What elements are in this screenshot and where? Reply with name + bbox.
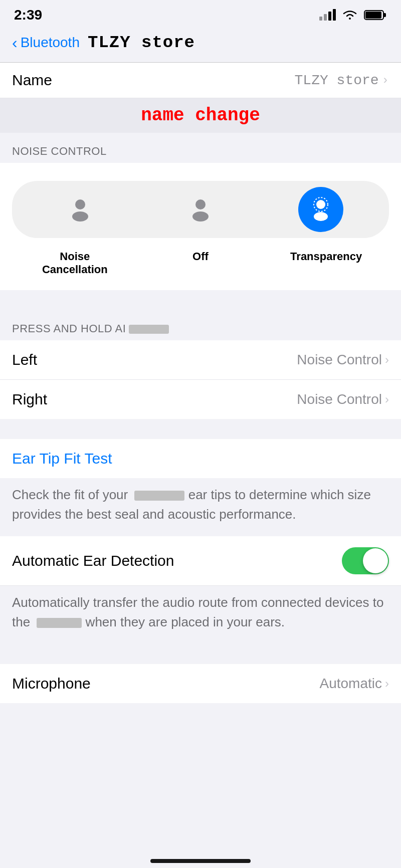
right-label: Right: [12, 391, 47, 408]
microphone-group: Microphone Automatic ›: [0, 664, 401, 703]
transparency-button[interactable]: [291, 187, 351, 232]
auto-ear-group: Automatic Ear Detection: [0, 536, 401, 586]
svg-rect-1: [383, 13, 386, 17]
name-change-banner: name change: [0, 98, 401, 133]
svg-point-4: [72, 211, 88, 222]
name-field-value[interactable]: TLZY store ›: [295, 73, 389, 88]
auto-ear-desc-text: Automatically transfer the audio route f…: [12, 595, 383, 629]
back-label: Bluetooth: [21, 35, 80, 51]
name-row[interactable]: Name TLZY store ›: [0, 63, 401, 98]
svg-rect-2: [365, 12, 381, 19]
press-hold-section: PRESS AND HOLD AI Left Noise Control › R…: [0, 310, 401, 419]
transparency-icon: [298, 187, 343, 232]
status-icons: [319, 9, 387, 22]
svg-point-7: [316, 200, 325, 209]
nav-bar: ‹ Bluetooth TLZY store: [0, 27, 401, 62]
redacted-1: [129, 325, 169, 334]
redacted-2: [134, 491, 184, 501]
noise-control-section: Noise Cancellation Off Transparency: [0, 163, 401, 290]
redacted-3: [37, 618, 82, 628]
signal-icon: [319, 10, 336, 21]
gap-3: [0, 644, 401, 664]
ear-tip-section: Ear Tip Fit Test Check the fit of your e…: [0, 439, 401, 536]
gap-2: [0, 419, 401, 439]
right-row[interactable]: Right Noise Control ›: [0, 380, 401, 419]
svg-point-6: [192, 211, 209, 222]
noise-off-label: Off: [155, 250, 246, 276]
back-button[interactable]: ‹ Bluetooth: [12, 34, 80, 52]
right-value-text: Noise Control: [297, 391, 382, 407]
microphone-value: Automatic ›: [320, 676, 389, 692]
ear-tip-desc-text: Check the fit of your ear tips to determ…: [12, 487, 371, 522]
noise-cancellation-icon: [58, 187, 103, 232]
noise-cancellation-label: Noise Cancellation: [30, 250, 120, 276]
noise-off-icon: [178, 187, 223, 232]
ear-tip-row: Ear Tip Fit Test: [0, 439, 401, 478]
press-hold-header: PRESS AND HOLD AI: [0, 310, 401, 340]
toggle-knob: [363, 548, 388, 573]
noise-control-header: NOISE CONTROL: [0, 133, 401, 163]
status-bar: 2:39: [0, 0, 401, 27]
back-chevron-icon: ‹: [12, 34, 18, 52]
name-value-text: TLZY store: [295, 73, 379, 88]
name-change-text: name change: [141, 105, 260, 126]
left-row[interactable]: Left Noise Control ›: [0, 340, 401, 380]
nav-title: TLZY store: [88, 33, 195, 52]
svg-point-8: [314, 212, 328, 221]
transparency-label: Transparency: [281, 250, 371, 276]
left-chevron-icon: ›: [385, 353, 389, 367]
name-field-label: Name: [12, 72, 52, 89]
name-group: Name TLZY store ›: [0, 63, 401, 98]
svg-point-5: [195, 199, 206, 209]
auto-ear-label: Automatic Ear Detection: [12, 552, 174, 569]
noise-off-button[interactable]: [170, 187, 231, 232]
microphone-value-text: Automatic: [320, 676, 382, 692]
svg-point-3: [75, 199, 85, 209]
name-chevron-icon: ›: [382, 74, 389, 87]
press-hold-header-text: PRESS AND HOLD AI: [12, 322, 169, 335]
status-time: 2:39: [14, 7, 42, 23]
left-value-text: Noise Control: [297, 352, 382, 368]
right-chevron-icon: ›: [385, 392, 389, 406]
left-value: Noise Control ›: [297, 352, 389, 368]
microphone-row[interactable]: Microphone Automatic ›: [0, 664, 401, 703]
battery-icon: [364, 9, 387, 21]
microphone-label: Microphone: [12, 675, 91, 692]
home-indicator: [150, 859, 251, 863]
noise-labels: Noise Cancellation Off Transparency: [12, 250, 389, 276]
press-hold-rows: Left Noise Control › Right Noise Control…: [0, 340, 401, 419]
auto-ear-toggle[interactable]: [342, 547, 389, 574]
right-value: Noise Control ›: [297, 391, 389, 407]
wifi-icon: [341, 9, 359, 22]
noise-control-buttons-area: Noise Cancellation Off Transparency: [0, 163, 401, 290]
auto-ear-row: Automatic Ear Detection: [0, 536, 401, 586]
gap-1: [0, 290, 401, 310]
bottom-padding: [0, 703, 401, 733]
microphone-chevron-icon: ›: [385, 677, 389, 691]
auto-ear-description: Automatically transfer the audio route f…: [0, 586, 401, 644]
ear-tip-link[interactable]: Ear Tip Fit Test: [0, 439, 401, 478]
noise-cancellation-button[interactable]: [50, 187, 110, 232]
left-label: Left: [12, 351, 37, 368]
ear-tip-description: Check the fit of your ear tips to determ…: [0, 478, 401, 536]
noise-buttons-container: [12, 181, 389, 238]
